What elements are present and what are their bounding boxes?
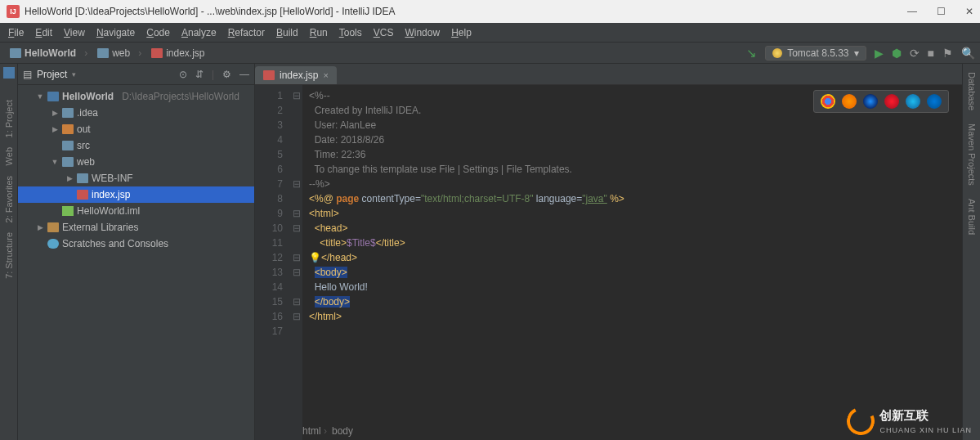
- tree-item-src[interactable]: src: [18, 137, 254, 154]
- menu-refactor[interactable]: Refactor: [223, 25, 270, 40]
- tree-arrow[interactable]: ▶: [65, 174, 74, 182]
- lib-icon: [47, 222, 59, 232]
- folder-blue-icon: [97, 48, 109, 58]
- close-button[interactable]: ✕: [965, 6, 973, 17]
- menu-code[interactable]: Code: [141, 25, 175, 40]
- menu-window[interactable]: Window: [400, 25, 445, 40]
- jsp-icon: [263, 70, 275, 80]
- menu-bar: FileEditViewNavigateCodeAnalyzeRefactorB…: [0, 23, 980, 43]
- tree-item-web[interactable]: ▼web: [18, 154, 254, 170]
- tree-arrow[interactable]: ▼: [36, 92, 44, 101]
- menu-analyze[interactable]: Analyze: [177, 25, 222, 40]
- tree-arrow[interactable]: ▶: [51, 109, 59, 117]
- minimize-button[interactable]: ―: [907, 6, 917, 17]
- pkg-icon: [47, 92, 59, 101]
- tool-ant-build[interactable]: Ant Build: [967, 194, 977, 240]
- maximize-button[interactable]: ☐: [937, 6, 946, 17]
- menu-help[interactable]: Help: [446, 25, 477, 40]
- menu-edit[interactable]: Edit: [30, 25, 57, 40]
- menu-run[interactable]: Run: [305, 25, 333, 40]
- project-header: ▤ Project ▾ ⊙ ⇵ | ⚙ ―: [18, 64, 254, 85]
- breadcrumb-web[interactable]: web: [92, 47, 146, 59]
- opera-icon[interactable]: [884, 94, 899, 109]
- hide-icon[interactable]: ―: [239, 69, 249, 80]
- browser-bar: [813, 90, 949, 113]
- tomcat-icon: [772, 48, 782, 58]
- folder-icon: [62, 157, 74, 167]
- menu-tools[interactable]: Tools: [334, 25, 367, 40]
- folder-icon: [62, 141, 74, 150]
- debug-button[interactable]: ⬢: [892, 47, 902, 60]
- folder-icon: [62, 108, 74, 118]
- bc-html[interactable]: html: [302, 425, 327, 437]
- line-gutter: 1234567891011121314151617: [255, 85, 291, 440]
- watermark-text: 创新互联: [879, 408, 972, 424]
- update-button[interactable]: ⚑: [942, 47, 953, 60]
- watermark-icon: [844, 403, 879, 439]
- project-view-icon: ▤: [23, 69, 32, 80]
- breadcrumb-index.jsp[interactable]: index.jsp: [146, 47, 217, 59]
- run-config-selector[interactable]: Tomcat 8.5.33 ▾: [765, 46, 866, 61]
- target-icon[interactable]: ⊙: [179, 69, 187, 80]
- stop-button[interactable]: ■: [928, 47, 934, 60]
- project-title[interactable]: Project: [37, 69, 67, 80]
- search-button[interactable]: 🔍: [961, 47, 975, 60]
- gear-icon[interactable]: ⚙: [222, 69, 231, 80]
- run-config-label: Tomcat 8.5.33: [787, 47, 848, 59]
- chevron-down-icon[interactable]: ▾: [72, 70, 76, 79]
- menu-build[interactable]: Build: [271, 25, 303, 40]
- title-bar: IJ HelloWorld [D:\IdeaProjects\HelloWorl…: [0, 0, 980, 23]
- tree-arrow[interactable]: ▶: [36, 223, 44, 231]
- code-area[interactable]: 1234567891011121314151617 ⊟⊟⊟⊟⊟⊟⊟⊟ <%-- …: [255, 85, 962, 440]
- tree-item-out[interactable]: ▶out: [18, 121, 254, 137]
- breadcrumb-helloworld[interactable]: HelloWorld: [5, 47, 92, 59]
- tree-item-external libraries[interactable]: ▶External Libraries: [18, 219, 254, 236]
- project-tree[interactable]: ▼HelloWorldD:\IdeaProjects\HelloWorld▶.i…: [18, 85, 254, 255]
- project-tool-window: ▤ Project ▾ ⊙ ⇵ | ⚙ ― ▼HelloWorldD:\Idea…: [18, 64, 255, 440]
- app-icon: IJ: [7, 5, 20, 18]
- editor: index.jsp × 1234567891011121314151617 ⊟⊟…: [255, 64, 962, 440]
- tree-arrow[interactable]: ▼: [51, 158, 59, 166]
- collapse-all-icon[interactable]: ⇵: [195, 69, 204, 80]
- tree-item-web-inf[interactable]: ▶WEB-INF: [18, 170, 254, 186]
- tool-maven-projects[interactable]: Maven Projects: [967, 119, 977, 191]
- run-button[interactable]: ▶: [875, 47, 884, 60]
- chevron-down-icon: ▾: [854, 47, 859, 59]
- tool-7--structure[interactable]: 7: Structure: [4, 227, 14, 284]
- menu-vcs[interactable]: VCS: [369, 25, 399, 40]
- menu-file[interactable]: File: [3, 25, 29, 40]
- build-icon[interactable]: ↘: [746, 46, 757, 61]
- tool-1--project[interactable]: 1: Project: [4, 95, 14, 142]
- edge-icon[interactable]: [927, 94, 942, 109]
- bc-body[interactable]: body: [332, 425, 353, 437]
- right-tool-strip: DatabaseMaven ProjectsAnt Build: [962, 64, 980, 440]
- tab-label: index.jsp: [280, 70, 318, 81]
- fold-gutter[interactable]: ⊟⊟⊟⊟⊟⊟⊟⊟: [291, 85, 302, 440]
- firefox-icon[interactable]: [842, 94, 857, 109]
- tab-index-jsp[interactable]: index.jsp ×: [255, 66, 337, 84]
- tree-item-scratches and consoles[interactable]: Scratches and Consoles: [18, 236, 254, 252]
- coverage-button[interactable]: ⟳: [910, 47, 920, 60]
- jsp-icon: [151, 48, 163, 58]
- watermark: 创新互联 CHUANG XIN HU LIAN: [847, 407, 972, 435]
- tree-item--idea[interactable]: ▶.idea: [18, 105, 254, 121]
- tree-item-helloworld-iml[interactable]: HelloWorld.iml: [18, 203, 254, 219]
- jsp-icon: [77, 190, 88, 200]
- tool-web[interactable]: Web: [4, 142, 14, 170]
- divider: |: [212, 69, 214, 80]
- project-tool-icon[interactable]: [3, 67, 15, 79]
- tree-arrow[interactable]: ▶: [51, 125, 59, 133]
- close-tab-icon[interactable]: ×: [323, 70, 328, 80]
- menu-navigate[interactable]: Navigate: [92, 25, 140, 40]
- tree-item-index-jsp[interactable]: index.jsp: [18, 186, 254, 203]
- iml-icon: [62, 206, 74, 216]
- safari-icon[interactable]: [863, 94, 878, 109]
- ie-icon[interactable]: [906, 94, 920, 109]
- watermark-sub: CHUANG XIN HU LIAN: [879, 426, 972, 434]
- menu-view[interactable]: View: [59, 25, 90, 40]
- chrome-icon[interactable]: [821, 94, 835, 109]
- tree-item-helloworld[interactable]: ▼HelloWorldD:\IdeaProjects\HelloWorld: [18, 88, 254, 105]
- tool-database[interactable]: Database: [967, 67, 977, 115]
- code-content[interactable]: <%-- Created by IntelliJ IDEA. User: Ala…: [302, 85, 962, 440]
- tool-2--favorites[interactable]: 2: Favorites: [4, 171, 14, 227]
